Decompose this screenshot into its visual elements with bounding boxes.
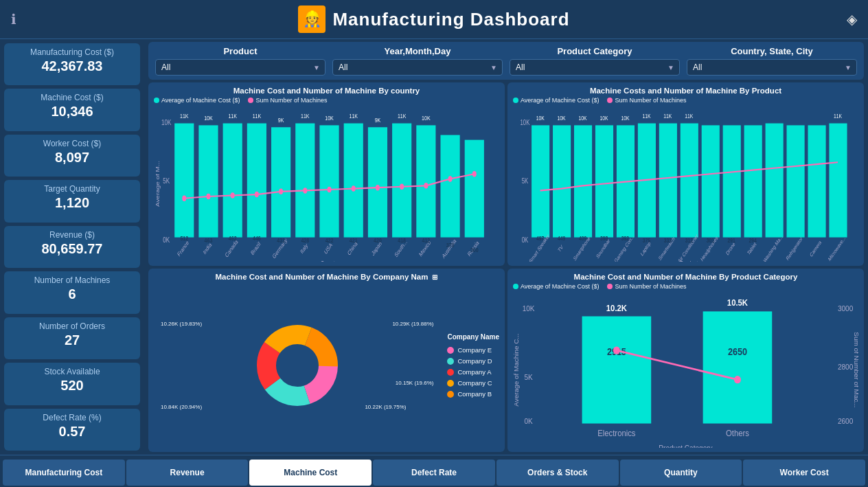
svg-text:0K: 0K — [524, 416, 533, 425]
tab-revenue[interactable]: Revenue — [126, 460, 249, 486]
bar-mexico — [416, 125, 435, 237]
dot-japan — [376, 185, 380, 191]
legend-company-e: Company E — [447, 346, 499, 354]
svg-text:10K: 10K — [521, 118, 530, 127]
tab-orders-stock[interactable]: Orders & Stock — [496, 460, 619, 486]
svg-text:Product Category: Product Category — [659, 444, 713, 448]
dot-mexico — [424, 183, 428, 189]
svg-text:10K: 10K — [579, 114, 587, 122]
tab-machine-cost[interactable]: Machine Cost — [249, 460, 372, 486]
date-select[interactable]: All — [332, 59, 503, 76]
svg-text:0K: 0K — [522, 235, 529, 244]
svg-text:422: 422 — [326, 236, 334, 244]
svg-text:10K: 10K — [536, 114, 545, 122]
diamond-icon[interactable]: ◈ — [847, 11, 857, 27]
chart4-svg: 0K 5K 10K 2600 2800 3000 10.2K 2915 Elec… — [513, 292, 858, 448]
svg-text:Italy: Italy — [299, 242, 309, 255]
legend-company-d: Company D — [447, 357, 499, 365]
legend4-avg: Average of Machine Cost ($) — [513, 283, 599, 290]
svg-text:Country: Country — [320, 260, 339, 262]
donut-label-e: 10.29K (19.88%) — [392, 321, 433, 327]
svg-text:10K: 10K — [325, 114, 334, 122]
svg-text:Others: Others — [726, 428, 749, 438]
svg-text:11K: 11K — [834, 112, 842, 120]
location-select[interactable]: All — [687, 59, 857, 76]
svg-text:10.2K: 10.2K — [606, 304, 627, 314]
svg-text:333: 333 — [664, 236, 672, 244]
svg-text:291: 291 — [728, 236, 736, 244]
svg-text:11K: 11K — [301, 112, 310, 120]
svg-text:Camera: Camera — [809, 238, 823, 259]
product-select[interactable]: All — [155, 59, 326, 76]
svg-text:2650: 2650 — [728, 347, 747, 358]
filter-date: Year,Month,Day All — [332, 46, 503, 76]
donut-hole — [277, 345, 318, 386]
kpi-stock-available: Stock Available 520 — [4, 363, 140, 405]
legend4-sum: Sum Number of Machines — [607, 283, 686, 290]
kpi-worker-cost: Worker Cost ($) 8,097 — [4, 135, 140, 177]
svg-text:5K: 5K — [163, 177, 170, 185]
svg-text:431: 431 — [277, 236, 285, 244]
svg-text:5K: 5K — [522, 177, 529, 185]
bar-india — [198, 125, 218, 237]
bottom-tabs: Manufacturing Cost Revenue Machine Cost … — [0, 455, 868, 487]
svg-text:Average of Machine C...: Average of Machine C... — [513, 333, 519, 406]
svg-text:3000: 3000 — [838, 304, 853, 313]
bar-china — [344, 124, 363, 238]
bar-headphones — [702, 125, 720, 237]
page-title: Manufacturing Dashboard — [332, 9, 569, 30]
svg-text:9K: 9K — [278, 116, 284, 124]
legend4-dot-teal — [513, 284, 518, 289]
bar-washing — [766, 124, 784, 238]
svg-text:Microwave...: Microwave... — [827, 234, 847, 262]
header: ℹ 👷 Manufacturing Dashboard ◈ — [0, 0, 868, 39]
svg-text:10K: 10K — [600, 114, 608, 122]
tab-manufacturing-cost[interactable]: Manufacturing Cost — [3, 460, 125, 486]
svg-text:409: 409 — [579, 234, 587, 242]
chart-by-country: Machine Cost and Number of Machine By co… — [148, 82, 505, 266]
svg-text:312: 312 — [685, 236, 694, 244]
logo-icon: 👷 — [298, 5, 326, 33]
bar-france — [174, 124, 194, 238]
legend2-avg: Average of Machine Cost ($) — [513, 97, 599, 104]
dot-australia — [448, 176, 453, 182]
tab-defect-rate[interactable]: Defect Rate — [373, 460, 495, 486]
svg-text:421: 421 — [350, 236, 358, 244]
svg-text:375: 375 — [643, 236, 651, 244]
dot-usa — [328, 187, 332, 193]
category-select[interactable]: All — [510, 59, 680, 76]
svg-text:446: 446 — [253, 234, 261, 242]
bar-usa — [319, 125, 339, 237]
bar-drone — [723, 125, 741, 237]
legend-company-a: Company A — [447, 368, 499, 376]
expand-icon[interactable]: ⊞ — [432, 273, 437, 281]
kpi-num-machines: Number of Machines 6 — [4, 271, 140, 313]
chart4-body: 0K 5K 10K 2600 2800 3000 10.2K 2915 Elec… — [513, 292, 858, 448]
svg-text:10.5K: 10.5K — [727, 297, 748, 308]
bar-tv — [553, 125, 571, 237]
legend-company-b: Company B — [447, 390, 499, 398]
info-icon[interactable]: ℹ — [11, 11, 16, 27]
dot-india — [206, 194, 210, 200]
dot-south — [400, 184, 404, 190]
bar-electronics — [582, 316, 652, 423]
svg-text:294: 294 — [749, 236, 757, 244]
svg-text:10K: 10K — [621, 114, 629, 122]
filter-location: Country, State, City All — [687, 46, 857, 76]
legend-sum-machines: Sum Number of Machines — [248, 97, 327, 104]
svg-text:418: 418 — [398, 236, 406, 244]
svg-text:10K: 10K — [204, 114, 213, 122]
chart2-body: 0K 5K 10K 10K Smart Speaker 497 10K — [513, 106, 858, 262]
tab-worker-cost[interactable]: Worker Cost — [743, 460, 865, 486]
donut-legend: Company Name Company E Company D — [447, 333, 499, 398]
bar-smartphone — [574, 125, 592, 237]
filters-row: Product All Year,Month,Day All Product C… — [148, 42, 864, 80]
svg-text:10K: 10K — [558, 114, 566, 122]
dot-russia — [472, 171, 477, 177]
svg-text:11K: 11K — [642, 112, 650, 120]
chart1-legend: Average of Machine Cost ($) Sum Number o… — [154, 97, 499, 104]
bar-camera — [808, 125, 825, 237]
bar-microwave — [829, 124, 847, 238]
svg-text:11K: 11K — [228, 112, 237, 120]
tab-quantity[interactable]: Quantity — [620, 460, 742, 486]
